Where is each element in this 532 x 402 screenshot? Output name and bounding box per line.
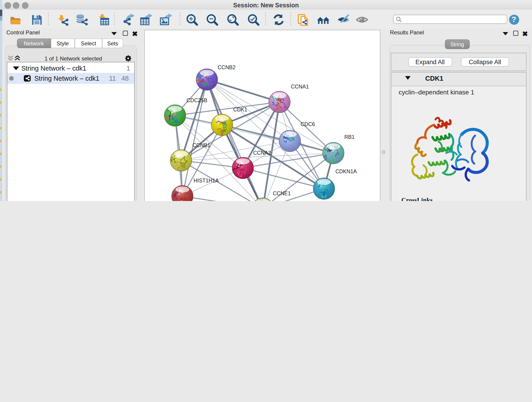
- svg-text:CCNA1: CCNA1: [291, 84, 309, 89]
- svg-text:CDC6: CDC6: [301, 121, 315, 127]
- svg-text:CDK1: CDK1: [233, 107, 247, 113]
- svg-text:CDKN1A: CDKN1A: [336, 168, 357, 174]
- svg-text:CDC25B: CDC25B: [186, 97, 207, 103]
- svg-text:RB1: RB1: [344, 134, 355, 140]
- svg-text:CCNA2: CCNA2: [253, 150, 271, 156]
- svg-text:CCNE1: CCNE1: [273, 191, 291, 196]
- svg-text:CCNB2: CCNB2: [218, 64, 235, 70]
- svg-text:CCNB1: CCNB1: [192, 142, 210, 148]
- svg-text:HIST1H1A: HIST1H1A: [194, 178, 219, 184]
